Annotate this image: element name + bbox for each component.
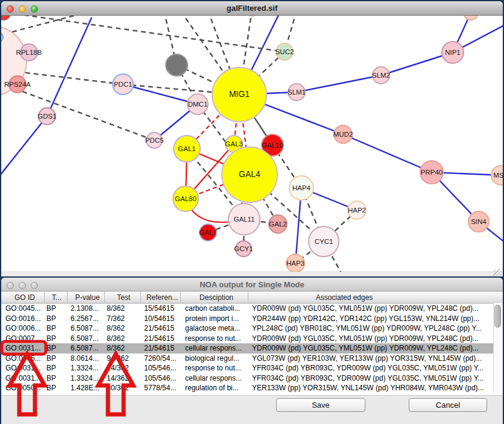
network-edge[interactable]: [1, 116, 47, 175]
network-node-sin4[interactable]: SIN4: [468, 211, 489, 232]
scrollbar-thumb[interactable]: [494, 305, 501, 328]
table-row[interactable]: GO:0031...BP1.3324...14/362105/546...cel…: [1, 373, 503, 384]
network-edge[interactable]: [343, 134, 432, 172]
table-cell: BP: [45, 314, 68, 324]
table-cell: YPL248C (pd) YBR018C, YML051W (pp) YDR00…: [248, 323, 503, 334]
table-body: GO:0045...BP2.1308...8/36215/54615carbon…: [1, 304, 503, 393]
network-node-gal4[interactable]: GAL4: [222, 147, 277, 202]
table-cell: YDR009W (pd) YGL035C, YML051W (pp) YDR00…: [248, 334, 503, 344]
table-cell: 6.5087...: [68, 323, 105, 334]
node-label: GAL3: [225, 140, 242, 148]
network-node-prp40[interactable]: PRP40: [420, 161, 443, 184]
table-cell: BP: [45, 334, 68, 344]
network-node-gal80[interactable]: GAL80: [173, 186, 198, 211]
network-node-hap2[interactable]: HAP2: [348, 201, 366, 219]
table-row[interactable]: GO:0007...BP6.5087...8/36221/54615respon…: [1, 334, 503, 344]
table-cell: GO:0045...: [1, 304, 45, 314]
zoom-icon[interactable]: [31, 5, 38, 13]
network-node-suc2[interactable]: SUC2: [276, 43, 294, 60]
table-cell: BP: [45, 383, 68, 393]
network-edge[interactable]: [12, 16, 86, 32]
network-node-msn[interactable]: MSN: [491, 166, 503, 185]
table-row[interactable]: GO:0031...BP1.3324...14/362105/546...res…: [1, 363, 503, 373]
noa-window-titlebar[interactable]: NOA output for Single Mode: [1, 278, 503, 292]
table-cell: GO:0031...: [1, 343, 45, 354]
results-table: GO IDT...P-valueTestReferen...Desciption…: [1, 292, 503, 395]
network-node-hap3[interactable]: HAP3: [286, 254, 304, 272]
node-label: PDC5: [145, 137, 164, 144]
column-header[interactable]: Referen...: [141, 292, 181, 303]
network-node-gal11[interactable]: GAL11: [228, 204, 260, 235]
table-cell: 105/546...: [141, 363, 181, 373]
column-header[interactable]: GO ID: [1, 292, 45, 303]
table-cell: BP: [45, 354, 68, 364]
table-cell: 1.3324...: [68, 363, 105, 373]
network-window-titlebar[interactable]: galFiltered.sif: [1, 1, 503, 16]
vertical-scrollbar[interactable]: [493, 303, 503, 393]
node-label: GAL80: [175, 195, 197, 202]
table-cell: 8/362: [105, 304, 141, 314]
network-node-pdc1[interactable]: PDC1: [113, 74, 133, 95]
column-header[interactable]: P-value: [68, 292, 105, 303]
table-row[interactable]: GO:0031...BP6.5087...8/36221/54615cellul…: [1, 343, 503, 354]
network-node-cyc1[interactable]: CYC1: [309, 226, 339, 257]
network-edge[interactable]: [14, 89, 154, 140]
network-node-gds1[interactable]: GDS1: [37, 108, 56, 125]
node-label: SIN4: [471, 218, 487, 225]
table-cell: 15/54615: [141, 304, 181, 314]
table-row[interactable]: GO:0045...BP2.1308...8/36215/54615carbon…: [1, 304, 503, 314]
network-node-nip1[interactable]: NIP1: [442, 42, 464, 63]
node-label: GAL1: [178, 145, 195, 152]
network-node-gal2[interactable]: GAL2: [269, 215, 287, 233]
table-cell: BP: [45, 373, 68, 384]
node-label: MSN: [493, 172, 503, 179]
minimize-icon[interactable]: [19, 5, 26, 13]
network-node-dmc1[interactable]: DMC1: [187, 94, 208, 114]
network-node-slm2[interactable]: SLM2: [372, 67, 390, 84]
table-cell: 6.2567...: [68, 314, 105, 324]
table-cell: 14/362: [105, 363, 141, 373]
table-cell: 21/54615: [141, 334, 181, 344]
table-cell: BP: [45, 363, 68, 373]
network-edge[interactable]: [17, 72, 123, 84]
column-header[interactable]: T...: [45, 292, 68, 303]
network-edge[interactable]: [297, 75, 381, 92]
table-cell: 6.5087...: [68, 343, 105, 354]
close-icon[interactable]: [7, 282, 14, 289]
network-edge[interactable]: [7, 16, 285, 52]
table-cell: GO:0016...: [1, 314, 45, 324]
network-edge[interactable]: [47, 17, 92, 116]
table-cell: GO:0031...: [1, 373, 45, 384]
network-node-mud2[interactable]: MUD2: [333, 125, 353, 143]
minimize-icon[interactable]: [19, 282, 26, 289]
resize-grip-icon[interactable]: [493, 269, 502, 276]
column-header[interactable]: Desciption: [181, 292, 248, 303]
table-cell: carbon cataboli...: [181, 304, 248, 314]
network-node-gal1[interactable]: GAL1: [174, 136, 200, 162]
node-label: GAL11: [234, 216, 255, 223]
table-cell: biological regul...: [181, 354, 248, 364]
network-node-hap4[interactable]: HAP4: [289, 176, 313, 200]
table-row[interactable]: GO:0016...BP6.2567...7/36210/54615protei…: [1, 314, 503, 324]
node-label: RPL18B: [16, 49, 42, 56]
network-node-gcy1[interactable]: GCY1: [234, 241, 253, 257]
network-node-pink-cut[interactable]: [464, 16, 478, 20]
table-row[interactable]: GO:0050...BP1.428E...80/3625778/54...reg…: [1, 383, 503, 393]
network-node-slm1[interactable]: SLM1: [288, 84, 306, 101]
save-button[interactable]: Save: [276, 398, 365, 412]
close-icon[interactable]: [7, 5, 14, 13]
table-row[interactable]: GO:0006...BP6.5087...8/36221/54615galact…: [1, 323, 503, 334]
network-node-gal7[interactable]: GAL7: [199, 224, 216, 241]
table-row[interactable]: GO:0065...BP8.0614...94/3627260/54...bio…: [1, 354, 503, 364]
cancel-button[interactable]: Cancel: [409, 398, 487, 412]
network-node-green-cut[interactable]: [245, 16, 259, 16]
table-cell: YGL073W (pd) YER103W, YER133W (pp) YOR31…: [248, 354, 503, 364]
zoom-icon[interactable]: [31, 282, 38, 289]
table-cell: 2.1308...: [68, 304, 105, 314]
column-header[interactable]: Associated edges: [248, 292, 503, 303]
network-node-gray1[interactable]: [166, 54, 187, 76]
network-canvas[interactable]: RPL18BRPS24AGDS1PDC1MIG1SUC2SLM1DMC1SLM2…: [1, 16, 503, 272]
network-node-mig1[interactable]: MIG1: [212, 67, 266, 122]
network-node-cut-red[interactable]: [1, 16, 10, 20]
column-header[interactable]: Test: [105, 292, 141, 303]
